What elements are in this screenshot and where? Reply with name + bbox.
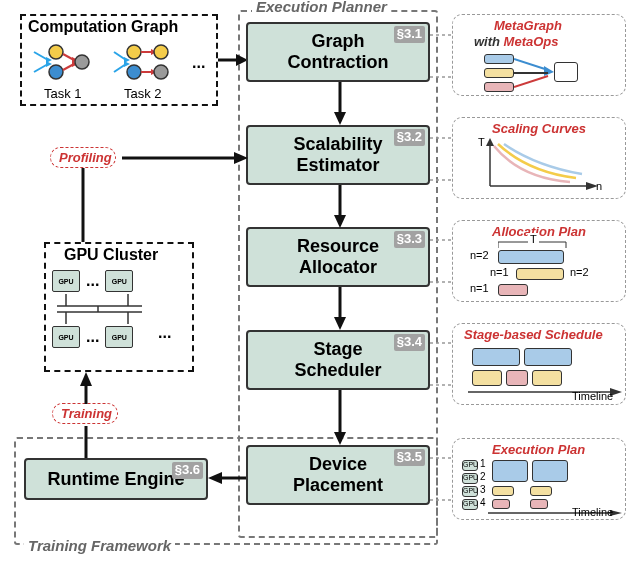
gpu-ellipsis: ... [86,272,99,290]
n1-label: n=1 [490,266,509,278]
n1b-label: n=1 [470,282,489,294]
device-placement-stage: Device Placement §3.5 [246,445,430,505]
svg-line-2 [34,64,48,72]
metagraph-title: MetaGraph [494,18,562,33]
arrow-stage4-5 [330,390,350,445]
svg-marker-36 [234,152,248,164]
exec-bar-icon [492,499,510,509]
scaling-curves-icon [480,138,600,194]
gpu-chip-icon: GPU [52,270,80,292]
task2-graph-icon [108,40,184,86]
svg-marker-26 [334,112,346,125]
scaling-xlabel: n [596,180,602,192]
gpu-chip-icon: GPU [52,326,80,348]
profiling-pill: Profiling [50,147,116,168]
arrow-runtime-to-gpu [80,372,100,458]
svg-line-48 [514,59,548,70]
stage-schedule-title: Stage-based Schedule [464,327,603,342]
graph-contraction-section: §3.1 [394,26,425,43]
sched-bar-icon [472,348,520,366]
svg-marker-30 [334,317,346,330]
svg-point-5 [49,65,63,79]
sched-bar-icon [506,370,528,386]
device3-label: 3 [480,484,486,495]
device4-label: 4 [480,497,486,508]
device3-icon: GPU [462,486,478,497]
dashed-connector [430,177,454,183]
gpu-ellipsis: ... [86,328,99,346]
training-framework-title: Training Framework [24,537,175,554]
svg-point-21 [154,45,168,59]
sched-bar-icon [472,370,502,386]
metagraph-title-3: MetaOps [504,34,559,49]
task1-label: Task 1 [44,86,82,101]
runtime-engine-stage: Runtime Engine §3.6 [24,458,208,500]
svg-marker-49 [544,66,554,76]
metaop-icon [484,82,514,92]
task1-graph-icon [26,40,96,86]
arrow-device-to-runtime [208,468,246,488]
svg-marker-47 [80,372,92,386]
sched-bar-icon [524,348,572,366]
n2b-label: n=2 [570,266,589,278]
svg-line-51 [514,76,548,87]
scalability-estimator-stage: Scalability Estimator §3.2 [246,125,430,185]
exec-bar-icon [530,486,552,496]
dashed-connector [430,279,454,285]
svg-point-4 [49,45,63,59]
exec-bar-icon [530,499,548,509]
allocation-t-label: T [528,233,539,245]
device2-label: 2 [480,471,486,482]
device4-icon: GPU [462,499,478,510]
gpu-row-top: GPU ... GPU [52,270,133,292]
metaop-icon [484,54,514,64]
gpu-interconnect-icon [52,294,182,324]
stage-scheduler-section: §3.4 [394,334,425,351]
dashed-connector [430,340,454,346]
gpu-chip-icon: GPU [105,270,133,292]
arrow-stage2-3 [330,185,350,228]
execution-timeline-label: Timeline [572,506,613,518]
resource-allocator-section: §3.3 [394,231,425,248]
execution-plan-title: Execution Plan [492,442,585,457]
arrow-compgraph-to-graphcontraction [218,50,248,70]
runtime-engine-section: §3.6 [172,462,203,479]
gpu-more-ellipsis: ... [158,324,171,342]
schedule-timeline-label: Timeline [572,390,613,402]
exec-bar-icon [532,460,568,482]
scalability-estimator-section: §3.2 [394,129,425,146]
svg-marker-28 [334,215,346,228]
arrow-stage1-2 [330,82,350,125]
svg-marker-34 [208,472,222,484]
metagraph-arrows-icon [514,54,554,94]
dashed-connector [430,135,454,141]
ellipsis: ... [192,54,205,72]
dashed-connector [430,382,454,388]
metagraph-title-2: with [474,34,504,49]
metagraph-title-1: MetaGraph [494,18,562,33]
dashed-connector [430,237,454,243]
dashed-connector [430,455,454,461]
svg-point-16 [127,65,141,79]
exec-bar-icon [492,486,514,496]
device-placement-label: Device Placement [293,454,383,495]
stage-scheduler-label: Stage Scheduler [294,339,381,380]
gpu-chip-icon: GPU [105,326,133,348]
gpu-cluster-title: GPU Cluster [64,246,158,264]
arrow-profiling-to-scalability [122,148,248,168]
graph-contraction-stage: Graph Contraction §3.1 [246,22,430,82]
device1-label: 1 [480,458,486,469]
dashed-connector [430,74,454,80]
execution-planner-title: Execution Planner [252,0,391,15]
stage-scheduler-stage: Stage Scheduler §3.4 [246,330,430,390]
computation-graph-title: Computation Graph [28,18,178,36]
resource-allocator-label: Resource Allocator [297,236,379,277]
alloc-bar-icon [498,250,564,264]
connector-profiling-gpu [80,168,86,244]
scalability-estimator-label: Scalability Estimator [293,134,382,175]
exec-bar-icon [492,460,528,482]
runtime-engine-label: Runtime Engine [47,469,184,490]
svg-line-0 [34,52,48,60]
scaling-ylabel: T [478,136,485,148]
allocation-plan-title: Allocation Plan [492,224,586,239]
